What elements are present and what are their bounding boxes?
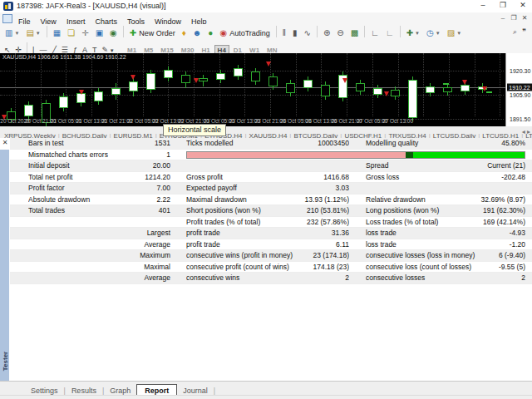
report-value-b: 3.03 bbox=[266, 183, 349, 194]
tab-scroll-arrows[interactable]: ◂ ▸ bbox=[522, 128, 530, 135]
candle-body bbox=[181, 75, 190, 83]
report-value-c: Current (21) bbox=[438, 160, 525, 171]
periods-button[interactable]: ◷▼ bbox=[423, 26, 444, 41]
quality-bar-mismatch bbox=[187, 152, 406, 158]
grid-line-vertical bbox=[372, 53, 374, 116]
tab-divider: | bbox=[214, 387, 215, 395]
experts-button[interactable]: ☻ bbox=[190, 26, 205, 41]
grid-line-vertical bbox=[168, 53, 170, 116]
candlestick-chart[interactable]: XAUUSD,H4 1906.66 1911.38 1904.69 1910.2… bbox=[0, 53, 505, 126]
auto-scroll-button[interactable]: ∟ bbox=[367, 26, 382, 41]
sell-arrow-icon bbox=[194, 78, 199, 83]
mdi-close-button[interactable]: ✕ bbox=[520, 14, 529, 22]
grid-line-vertical bbox=[475, 53, 476, 116]
report-value-a: Maximum bbox=[83, 250, 170, 261]
line-chart-button[interactable]: ∿ bbox=[301, 26, 314, 41]
dropdown-caret-icon: ▼ bbox=[456, 31, 461, 36]
candle-body bbox=[443, 87, 452, 92]
line-chart-icon: ∿ bbox=[304, 28, 311, 37]
report-value-c: -4.93 bbox=[438, 228, 525, 239]
report-value-a: 7.00 bbox=[83, 183, 170, 194]
report-value-a: 401 bbox=[83, 205, 170, 216]
price-axis[interactable]: 1920.301905.901891.501910.22 bbox=[505, 53, 532, 126]
report-value-a: 1531 bbox=[83, 138, 170, 149]
window-title: 187398: JAFX-Real3 - [XAUUSD,H4 (visual)… bbox=[17, 2, 166, 10]
tile-windows-button[interactable]: ▩ bbox=[347, 26, 362, 41]
dropdown-caret-icon: ▼ bbox=[36, 31, 41, 36]
toolbar-separator bbox=[364, 26, 365, 37]
bar-chart-button[interactable]: ‖ bbox=[279, 26, 289, 41]
navigator-icon: ✛ bbox=[81, 28, 88, 37]
candle-body bbox=[94, 91, 103, 101]
candlestick-chart-button[interactable]: ▮ bbox=[289, 26, 301, 41]
bar-chart-icon: ‖ bbox=[283, 28, 286, 37]
profiles-button[interactable]: ▤▼ bbox=[22, 26, 43, 41]
strategy-tester-button[interactable]: ◉ bbox=[106, 26, 121, 41]
data-window-button[interactable]: ❏ bbox=[64, 26, 78, 41]
grid-line-vertical bbox=[398, 53, 400, 116]
grid-line-vertical bbox=[143, 53, 145, 116]
toolbar-separator bbox=[47, 26, 47, 37]
autotrading-button[interactable]: ◉AutoTrading bbox=[216, 26, 273, 41]
auto-scroll-icon: ∟ bbox=[371, 28, 379, 37]
chat-icon[interactable]: ❞ bbox=[520, 27, 529, 37]
price-axis-label: 1891.50 bbox=[510, 116, 530, 122]
autotrading-button-label: AutoTrading bbox=[229, 29, 270, 37]
tester-panel-label: Tester bbox=[2, 345, 9, 378]
report-row: Bars in test1531Ticks modelled10003450Mo… bbox=[10, 138, 532, 150]
report-value-c: 2 bbox=[438, 273, 525, 283]
candle-body bbox=[286, 83, 295, 93]
report-value-b: 232 (57.86%) bbox=[266, 217, 349, 228]
modelling-quality-bar bbox=[186, 151, 525, 159]
time-axis-label: 27 Oct 13:00 bbox=[382, 118, 413, 124]
new-order-icon: ✚ bbox=[130, 28, 136, 37]
report-value-b: 6.11 bbox=[266, 239, 349, 250]
close-marker-icon bbox=[486, 91, 492, 93]
report-value-b: 10003450 bbox=[266, 138, 349, 149]
terminal-icon: ▣ bbox=[96, 28, 103, 37]
report-value-a: Maximal bbox=[83, 262, 170, 273]
sell-arrow-icon bbox=[462, 80, 467, 85]
zoom-out-button[interactable]: ⊖ bbox=[333, 26, 347, 41]
templates-button[interactable]: ▨▼ bbox=[444, 26, 465, 41]
market-watch-icon: ▦ bbox=[53, 28, 61, 37]
navigator-button[interactable]: ✛ bbox=[78, 26, 91, 41]
dropdown-caret-icon: ▼ bbox=[14, 31, 19, 36]
tester-tab-strip: Settings|Results|GraphReportJournal| bbox=[0, 381, 532, 396]
report-row: Profit factor7.00Expected payoff3.03 bbox=[10, 183, 532, 195]
minimize-button[interactable]: – bbox=[477, 1, 489, 9]
metaeditor-button[interactable]: ♦ bbox=[179, 26, 190, 41]
zoom-in-button[interactable]: ⊕ bbox=[320, 26, 333, 41]
candle-body bbox=[216, 73, 225, 80]
toolbar-separator bbox=[123, 26, 124, 37]
market-watch-button[interactable]: ▦ bbox=[50, 26, 64, 41]
candle-body bbox=[426, 86, 435, 93]
close-button[interactable]: ✕ bbox=[517, 1, 529, 9]
tile-windows-icon: ▩ bbox=[351, 28, 358, 37]
community-button[interactable]: ● bbox=[204, 26, 216, 41]
new-chart-button[interactable]: ▥▼ bbox=[2, 26, 22, 41]
maximize-button[interactable]: ❐ bbox=[497, 1, 509, 9]
tester-close-button[interactable]: ✕ bbox=[1, 139, 9, 147]
mdi-restore-button[interactable]: ❐ bbox=[510, 14, 518, 22]
new-order-button-label: New Order bbox=[139, 29, 175, 37]
candle-body bbox=[461, 85, 470, 91]
toolbar-drawing: ↖✛|—╱☰ƒAT✎ ▼ M1M5M15M30H1H4D1W1MN bbox=[0, 41, 532, 54]
title-bar: 187398: JAFX-Real3 - [XAUUSD,H4 (visual)… bbox=[0, 0, 532, 13]
candle-body bbox=[321, 85, 330, 96]
new-order-button[interactable]: ✚New Order bbox=[126, 26, 179, 41]
chart-shift-button[interactable]: ∟ bbox=[382, 26, 397, 41]
report-value-a: Average bbox=[83, 239, 170, 250]
report-value-b: 1416.68 bbox=[266, 172, 349, 183]
chart-window-icon[interactable] bbox=[2, 14, 12, 23]
candle-body bbox=[373, 88, 382, 95]
mdi-minimize-button[interactable]: – bbox=[499, 14, 507, 22]
terminal-button[interactable]: ▣ bbox=[92, 26, 106, 41]
tester-side-strip[interactable]: Tester bbox=[0, 150, 9, 394]
current-price-label: 1910.22 bbox=[507, 84, 532, 91]
indicators-button[interactable]: ✚▼ bbox=[403, 26, 423, 41]
quality-bar-quality bbox=[413, 152, 525, 158]
community-icon: ● bbox=[208, 28, 213, 37]
search-icon[interactable]: ⌕ bbox=[510, 27, 520, 37]
data-window-icon: ❏ bbox=[67, 28, 75, 37]
